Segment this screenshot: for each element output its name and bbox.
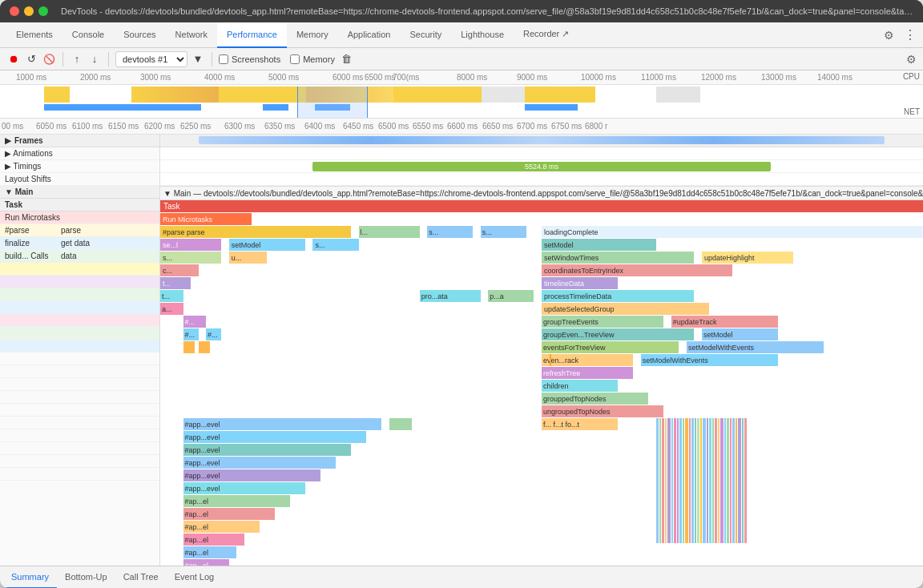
- tab-event-log[interactable]: Event Log: [167, 566, 223, 589]
- tab-network[interactable]: Network: [166, 22, 217, 48]
- minimize-button[interactable]: [24, 6, 34, 16]
- memory-checkbox[interactable]: [290, 54, 300, 64]
- append-text: a...: [162, 305, 172, 313]
- app-evel-text-4: #app...evel: [185, 459, 220, 467]
- timings-row: 5524.8 ms: [160, 160, 923, 173]
- run-microtasks-label: Run Microtasks: [5, 213, 60, 222]
- tab-security[interactable]: Security: [400, 22, 451, 48]
- deep-row-10: [0, 378, 159, 391]
- main-header-row: ▼ Main: [0, 186, 159, 199]
- children-row: children: [160, 380, 923, 393]
- fo-bar1: f... f...t fo...t: [542, 418, 618, 430]
- traffic-lights: [10, 6, 48, 16]
- grouptree-bar: groupTreeEvents: [542, 316, 663, 328]
- tick-6100: 6100 ms: [72, 122, 103, 131]
- tick-5000: 5000 ms: [268, 73, 299, 82]
- tab-application[interactable]: Application: [338, 22, 401, 48]
- parse-row: #parse parse: [0, 224, 159, 237]
- net-overview-bar: [0, 104, 875, 117]
- stop-recording-button[interactable]: ↺: [24, 52, 38, 66]
- process-mid: pro...ata: [420, 290, 481, 302]
- title-bar: DevTools - devtools://devtools/bundled/d…: [0, 0, 923, 22]
- tab-call-tree[interactable]: Call Tree: [115, 566, 167, 589]
- flame-chart-section: ▶ Frames ▶ Animations ▶ Timings: [0, 135, 923, 588]
- overview-area[interactable]: 1000 ms 2000 ms 3000 ms 4000 ms 5000 ms …: [0, 70, 923, 119]
- update-hl-right-text: updateHighlight: [704, 254, 755, 262]
- devtools-panel: Elements Console Sources Network Perform…: [0, 22, 923, 588]
- run-microtasks-row-canvas: Run Microtasks: [160, 213, 923, 226]
- download-button[interactable]: ↓: [87, 52, 102, 66]
- run-microtasks-bar: Run Microtasks: [160, 213, 252, 225]
- layout-shifts-row: [160, 173, 923, 186]
- maximize-button[interactable]: [38, 6, 48, 16]
- main-header-text: ▼ Main — devtools://devtools/bundled/dev…: [160, 187, 923, 200]
- upload-button[interactable]: ↑: [70, 52, 84, 66]
- tab-recorder[interactable]: Recorder ↗: [514, 22, 578, 48]
- tick-00ms: 00 ms: [2, 122, 23, 131]
- frames-toggle[interactable]: ▶: [5, 136, 11, 145]
- ap-el-text-6: #ap...el: [185, 562, 209, 566]
- layout-shifts-label: Layout Shifts: [5, 175, 51, 183]
- selection-region[interactable]: [297, 87, 367, 119]
- deep-row-17: [0, 468, 159, 481]
- tick-6250: 6250 ms: [180, 122, 211, 131]
- appendatlevel-bar: #...: [183, 316, 207, 328]
- tab-memory[interactable]: Memory: [287, 22, 338, 48]
- app-evel-text-3: #app...evel: [185, 446, 220, 454]
- tab-sources[interactable]: Sources: [114, 22, 165, 48]
- clear-button[interactable]: 🚫: [42, 52, 56, 66]
- tab-call-tree-label: Call Tree: [123, 572, 159, 582]
- tab-elements[interactable]: Elements: [6, 22, 62, 48]
- tick-6000: 6000 ms: [333, 73, 363, 82]
- getdata-bar: setModel: [229, 239, 305, 251]
- tab-bottom-up[interactable]: Bottom-Up: [57, 566, 115, 589]
- deep-row-4: [0, 301, 159, 314]
- tab-lighthouse[interactable]: Lighthouse: [451, 22, 514, 48]
- timings-bar: 5524.8 ms: [312, 162, 770, 171]
- settings-icon[interactable]: ⚙: [884, 29, 894, 42]
- tab-performance[interactable]: Performance: [217, 22, 287, 48]
- deep-row-9: [0, 365, 159, 378]
- deep-row-14: [0, 429, 159, 442]
- screenshots-checkbox[interactable]: [219, 54, 228, 64]
- setwindow-bar: s...: [160, 252, 221, 264]
- finalize-bar: se...l: [160, 239, 221, 251]
- tab-console[interactable]: Console: [62, 22, 114, 48]
- evt-tree-bar2: [199, 341, 210, 353]
- coord-bar: c...: [160, 264, 199, 276]
- deep-call-12: #ap...el: [160, 559, 923, 566]
- tick-10000: 10000 ms: [581, 73, 616, 82]
- build-row-canvas: s... u... setWindowTimes updateHighlight: [160, 252, 923, 264]
- trash-button[interactable]: 🗑: [340, 52, 354, 66]
- frames-bar: [199, 136, 885, 144]
- app-evel-5: #app...evel: [183, 469, 320, 481]
- setmodel-1: s...: [427, 226, 473, 238]
- tick-6050: 6050 ms: [36, 122, 67, 131]
- deep-row-1: [0, 263, 159, 276]
- coord-right-text: coordinatesToEntryIndex: [544, 267, 623, 275]
- update-group-bar: updateSelectedGroup: [542, 303, 709, 315]
- tab-summary[interactable]: Summary: [3, 566, 57, 589]
- memory-label[interactable]: Memory: [290, 54, 335, 64]
- tick-6450: 6450 ms: [343, 122, 373, 131]
- tick-3000: 3000 ms: [140, 73, 171, 82]
- app-evel-text-5: #app...evel: [185, 472, 220, 480]
- yellow-tick: [550, 354, 551, 366]
- target-select[interactable]: devtools #1: [115, 51, 187, 67]
- flame-canvas-area[interactable]: 5524.8 ms ▼ Main — devtools://devtools/b…: [160, 135, 923, 566]
- close-button[interactable]: [10, 6, 19, 16]
- record-button[interactable]: ⏺: [6, 52, 21, 66]
- loading-complete-1: l...: [359, 226, 420, 238]
- screenshots-label[interactable]: Screenshots: [219, 54, 280, 64]
- build-calls-row: build... Calls data: [0, 250, 159, 263]
- setmodel-3: s...: [312, 239, 358, 251]
- app-evel-3: #app...evel: [183, 444, 351, 456]
- sep2: [108, 52, 109, 66]
- more-options-icon[interactable]: ⋮: [904, 27, 917, 42]
- tick-6350: 6350 ms: [264, 122, 295, 131]
- groupeven-bar1: #...: [183, 328, 199, 340]
- memory-text: Memory: [303, 54, 335, 64]
- toolbar-settings-icon[interactable]: ⚙: [906, 53, 917, 66]
- tick-6800: 6800 r: [585, 122, 607, 131]
- dropdown-btn[interactable]: ▼: [191, 52, 205, 66]
